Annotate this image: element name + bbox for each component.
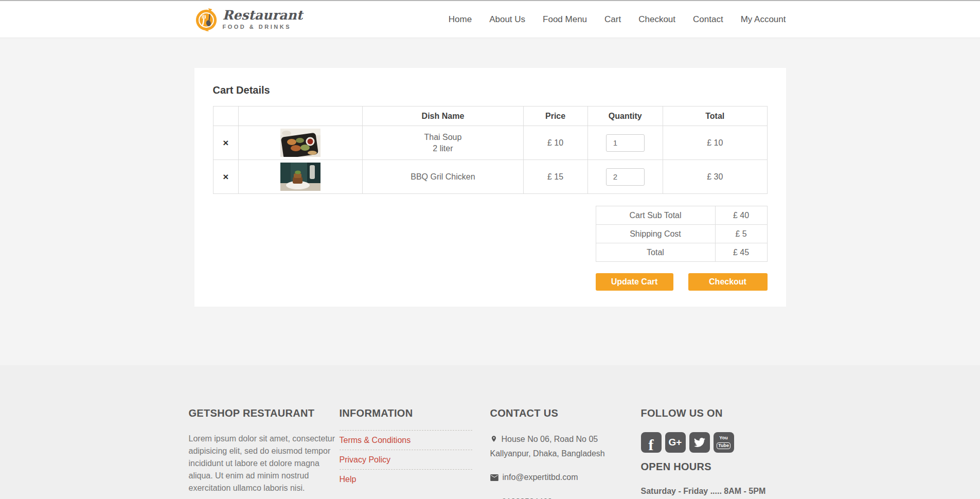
footer-social-heading: FOLLOW US ON (641, 407, 776, 419)
dish-image-thai-soup (280, 129, 320, 157)
site-logo[interactable]: Restaurant FOOD & DRINKS (194, 8, 303, 31)
subtotal-value: £ 40 (715, 206, 767, 225)
summary-row-shipping: Shipping Cost £ 5 (596, 225, 767, 243)
hours-weekdays: Saturday - Friday ..... 8AM - 5PM (641, 487, 776, 496)
open-hours-heading: OPEN HOURS (641, 461, 776, 473)
cart-row-thai-soup: × (213, 126, 767, 160)
total-cell: £ 30 (663, 160, 767, 194)
contact-phone: 01922524469 (490, 495, 626, 499)
cart-summary-table: Cart Sub Total £ 40 Shipping Cost £ 5 To… (596, 206, 768, 262)
contact-email: info@expertitbd.com (490, 471, 626, 485)
footer-contact-heading: CONTACT US (490, 407, 626, 419)
nav-item-cart[interactable]: Cart (604, 14, 621, 25)
cart-row-bbq-chicken: × (213, 160, 767, 194)
dish-image-bbq-chicken (280, 163, 320, 191)
facebook-icon[interactable]: f (641, 432, 662, 453)
phone-icon (490, 496, 498, 499)
restaurant-logo-icon (194, 8, 218, 31)
quantity-column-header: Quantity (587, 106, 663, 126)
footer-about-heading: GETSHOP RESTAURANT (189, 407, 324, 419)
privacy-policy-link[interactable]: Privacy Policy (340, 455, 391, 464)
total-cell: £ 10 (663, 126, 767, 160)
price-column-header: Price (523, 106, 587, 126)
nav-item-contact[interactable]: Contact (693, 14, 723, 25)
brand-tagline: FOOD & DRINKS (223, 24, 303, 30)
brand-name: Restaurant (223, 8, 303, 23)
total-column-header: Total (663, 106, 767, 126)
site-footer: GETSHOP RESTAURANT Lorem ipsum dolor sit… (0, 365, 980, 499)
shipping-value: £ 5 (715, 225, 767, 243)
map-marker-icon (490, 434, 497, 447)
summary-row-subtotal: Cart Sub Total £ 40 (596, 206, 767, 225)
footer-about-column: GETSHOP RESTAURANT Lorem ipsum dolor sit… (189, 407, 340, 499)
main-nav: Home About Us Food Menu Cart Checkout Co… (449, 14, 786, 25)
youtube-icon[interactable]: YouTube (714, 432, 734, 453)
image-column-header (239, 106, 363, 126)
nav-item-food-menu[interactable]: Food Menu (543, 14, 587, 25)
nav-item-my-account[interactable]: My Account (741, 14, 786, 25)
remove-item-button[interactable]: × (223, 172, 228, 182)
nav-item-about-us[interactable]: About Us (489, 14, 525, 25)
checkout-button[interactable]: Checkout (688, 273, 768, 291)
nav-item-checkout[interactable]: Checkout (638, 14, 675, 25)
remove-column-header (213, 106, 239, 126)
twitter-icon[interactable] (689, 432, 710, 453)
google-plus-icon[interactable]: G+ (665, 432, 686, 453)
price-cell: £ 10 (523, 126, 587, 160)
footer-contact-column: CONTACT US House No 06, Road No 05 Kally… (490, 407, 641, 499)
help-link[interactable]: Help (340, 475, 357, 484)
footer-social-column: FOLLOW US ON f G+ YouTube OPEN HOURS Sat… (641, 407, 792, 499)
cart-table: Dish Name Price Quantity Total × (213, 106, 768, 194)
dish-name-column-header: Dish Name (363, 106, 523, 126)
footer-information-links: Terms & Conditions Privacy Policy Help (340, 430, 472, 489)
contact-address: House No 06, Road No 05 Kallyanpur, Dhak… (490, 433, 626, 460)
summary-row-total: Total £ 45 (596, 243, 767, 262)
social-icons-row: f G+ YouTube (641, 432, 776, 453)
price-cell: £ 15 (523, 160, 587, 194)
site-header: Restaurant FOOD & DRINKS Home About Us F… (0, 1, 980, 38)
quantity-input[interactable] (606, 168, 645, 186)
dish-name-cell: BBQ Gril Chicken (363, 160, 523, 194)
update-cart-button[interactable]: Update Cart (596, 273, 673, 291)
footer-about-text: Lorem ipsum dolor sit amet, consectetur … (189, 433, 344, 494)
page-title: Cart Details (213, 84, 768, 96)
cart-summary: Cart Sub Total £ 40 Shipping Cost £ 5 To… (596, 206, 768, 291)
quantity-input[interactable] (606, 134, 645, 152)
cart-table-header-row: Dish Name Price Quantity Total (213, 106, 767, 126)
grand-total-value: £ 45 (715, 243, 767, 262)
remove-item-button[interactable]: × (223, 138, 228, 148)
footer-information-heading: INFORMATION (340, 407, 475, 419)
nav-item-home[interactable]: Home (449, 14, 472, 25)
dish-name-cell: Thai Soup 2 liter (363, 126, 523, 160)
page-body: Cart Details Dish Name Price Quantity To… (0, 68, 980, 365)
cart-details-card: Cart Details Dish Name Price Quantity To… (194, 68, 786, 307)
footer-information-column: INFORMATION Terms & Conditions Privacy P… (340, 407, 490, 499)
terms-conditions-link[interactable]: Terms & Conditions (340, 436, 411, 444)
envelope-icon (490, 472, 498, 485)
